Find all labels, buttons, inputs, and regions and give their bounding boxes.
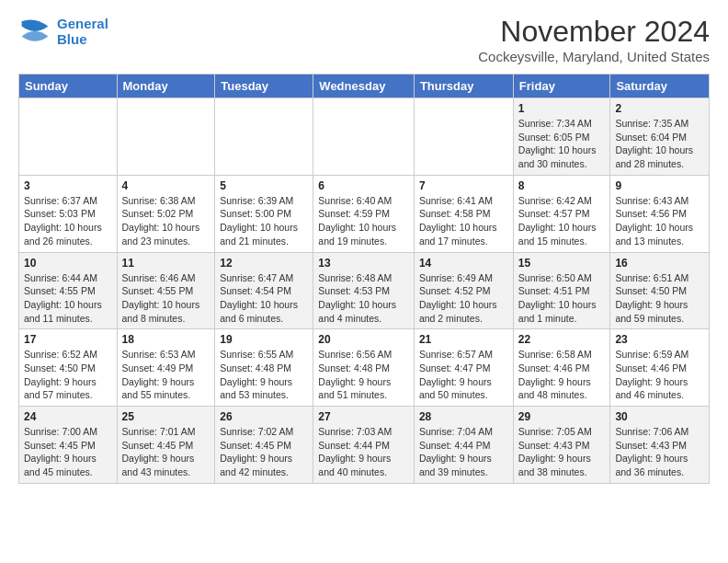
- day-number: 14: [419, 257, 508, 270]
- day-number: 4: [122, 179, 210, 192]
- day-info: Sunrise: 6:49 AMSunset: 4:52 PMDaylight:…: [419, 271, 508, 326]
- day-number: 1: [518, 102, 606, 115]
- calendar-cell: [414, 98, 513, 176]
- calendar-cell: 13Sunrise: 6:48 AMSunset: 4:53 PMDayligh…: [313, 252, 415, 329]
- day-number: 10: [24, 257, 112, 270]
- day-number: 8: [518, 179, 606, 192]
- calendar-cell: 18Sunrise: 6:53 AMSunset: 4:49 PMDayligh…: [117, 329, 215, 407]
- calendar-week-row: 1Sunrise: 7:34 AMSunset: 6:05 PMDaylight…: [19, 98, 710, 176]
- day-number: 21: [419, 333, 508, 346]
- calendar-cell: 24Sunrise: 7:00 AMSunset: 4:45 PMDayligh…: [19, 407, 118, 484]
- calendar-cell: 30Sunrise: 7:06 AMSunset: 4:43 PMDayligh…: [610, 407, 710, 484]
- day-number: 26: [220, 410, 308, 423]
- calendar-week-row: 3Sunrise: 6:37 AMSunset: 5:03 PMDaylight…: [19, 175, 710, 252]
- day-info: Sunrise: 6:56 AMSunset: 4:48 PMDaylight:…: [318, 348, 409, 402]
- logo-text: General Blue: [57, 16, 108, 48]
- day-info: Sunrise: 7:05 AMSunset: 4:43 PMDaylight:…: [518, 425, 606, 479]
- calendar-cell: 3Sunrise: 6:37 AMSunset: 5:03 PMDaylight…: [19, 175, 118, 252]
- day-number: 29: [518, 410, 606, 423]
- day-info: Sunrise: 6:39 AMSunset: 5:00 PMDaylight:…: [220, 194, 308, 248]
- day-number: 7: [419, 179, 508, 192]
- calendar-cell: 1Sunrise: 7:34 AMSunset: 6:05 PMDaylight…: [513, 98, 610, 176]
- weekday-header: Saturday: [610, 75, 710, 98]
- weekday-header: Thursday: [414, 75, 513, 98]
- day-number: 12: [220, 257, 308, 270]
- day-number: 17: [24, 333, 112, 346]
- day-number: 6: [318, 179, 409, 192]
- day-number: 13: [318, 257, 409, 270]
- day-info: Sunrise: 6:44 AMSunset: 4:55 PMDaylight:…: [24, 271, 112, 326]
- day-info: Sunrise: 7:01 AMSunset: 4:45 PMDaylight:…: [122, 425, 210, 479]
- month-title: November 2024: [478, 15, 710, 49]
- day-number: 3: [24, 179, 112, 192]
- day-number: 23: [615, 333, 704, 346]
- calendar-cell: 26Sunrise: 7:02 AMSunset: 4:45 PMDayligh…: [215, 407, 313, 484]
- calendar-week-row: 10Sunrise: 6:44 AMSunset: 4:55 PMDayligh…: [19, 252, 710, 329]
- day-info: Sunrise: 6:41 AMSunset: 4:58 PMDaylight:…: [419, 194, 508, 248]
- calendar-cell: [19, 98, 118, 176]
- day-info: Sunrise: 7:02 AMSunset: 4:45 PMDaylight:…: [220, 425, 308, 479]
- day-info: Sunrise: 6:46 AMSunset: 4:55 PMDaylight:…: [122, 271, 210, 326]
- day-info: Sunrise: 6:48 AMSunset: 4:53 PMDaylight:…: [318, 271, 409, 326]
- day-info: Sunrise: 6:51 AMSunset: 4:50 PMDaylight:…: [615, 271, 704, 326]
- day-info: Sunrise: 6:47 AMSunset: 4:54 PMDaylight:…: [220, 271, 308, 326]
- day-info: Sunrise: 7:04 AMSunset: 4:44 PMDaylight:…: [419, 425, 508, 479]
- day-info: Sunrise: 7:06 AMSunset: 4:43 PMDaylight:…: [615, 425, 704, 479]
- day-info: Sunrise: 6:52 AMSunset: 4:50 PMDaylight:…: [24, 348, 112, 402]
- calendar-cell: 25Sunrise: 7:01 AMSunset: 4:45 PMDayligh…: [117, 407, 215, 484]
- day-number: 24: [24, 410, 112, 423]
- weekday-header: Sunday: [19, 75, 118, 98]
- weekday-header: Monday: [117, 75, 215, 98]
- day-number: 22: [518, 333, 606, 346]
- calendar-cell: 11Sunrise: 6:46 AMSunset: 4:55 PMDayligh…: [117, 252, 215, 329]
- day-info: Sunrise: 6:42 AMSunset: 4:57 PMDaylight:…: [518, 194, 606, 248]
- day-info: Sunrise: 6:58 AMSunset: 4:46 PMDaylight:…: [518, 348, 606, 402]
- day-info: Sunrise: 6:55 AMSunset: 4:48 PMDaylight:…: [220, 348, 308, 402]
- weekday-header: Tuesday: [215, 75, 313, 98]
- day-number: 19: [220, 333, 308, 346]
- day-number: 5: [220, 179, 308, 192]
- weekday-header: Friday: [513, 75, 610, 98]
- calendar-cell: 23Sunrise: 6:59 AMSunset: 4:46 PMDayligh…: [610, 329, 710, 407]
- day-number: 11: [122, 257, 210, 270]
- calendar-header-row: SundayMondayTuesdayWednesdayThursdayFrid…: [19, 75, 710, 98]
- title-block: November 2024 Cockeysville, Maryland, Un…: [478, 15, 710, 64]
- day-info: Sunrise: 6:59 AMSunset: 4:46 PMDaylight:…: [615, 348, 704, 402]
- day-number: 18: [122, 333, 210, 346]
- day-info: Sunrise: 7:35 AMSunset: 6:04 PMDaylight:…: [615, 117, 704, 171]
- day-number: 15: [518, 257, 606, 270]
- calendar-cell: 2Sunrise: 7:35 AMSunset: 6:04 PMDaylight…: [610, 98, 710, 176]
- calendar-cell: 9Sunrise: 6:43 AMSunset: 4:56 PMDaylight…: [610, 175, 710, 252]
- calendar-cell: 15Sunrise: 6:50 AMSunset: 4:51 PMDayligh…: [513, 252, 610, 329]
- calendar-cell: 12Sunrise: 6:47 AMSunset: 4:54 PMDayligh…: [215, 252, 313, 329]
- day-number: 20: [318, 333, 409, 346]
- weekday-header: Wednesday: [313, 75, 415, 98]
- logo: General Blue: [18, 15, 108, 48]
- day-info: Sunrise: 6:57 AMSunset: 4:47 PMDaylight:…: [419, 348, 508, 402]
- day-info: Sunrise: 6:43 AMSunset: 4:56 PMDaylight:…: [615, 194, 704, 248]
- day-number: 16: [615, 257, 704, 270]
- calendar-cell: 7Sunrise: 6:41 AMSunset: 4:58 PMDaylight…: [414, 175, 513, 252]
- location: Cockeysville, Maryland, United States: [478, 49, 710, 64]
- calendar-cell: 20Sunrise: 6:56 AMSunset: 4:48 PMDayligh…: [313, 329, 415, 407]
- header: General Blue November 2024 Cockeysville,…: [18, 15, 710, 64]
- calendar-cell: 8Sunrise: 6:42 AMSunset: 4:57 PMDaylight…: [513, 175, 610, 252]
- calendar-cell: 22Sunrise: 6:58 AMSunset: 4:46 PMDayligh…: [513, 329, 610, 407]
- calendar-cell: 19Sunrise: 6:55 AMSunset: 4:48 PMDayligh…: [215, 329, 313, 407]
- day-info: Sunrise: 6:40 AMSunset: 4:59 PMDaylight:…: [318, 194, 409, 248]
- calendar-cell: [313, 98, 415, 176]
- calendar-table: SundayMondayTuesdayWednesdayThursdayFrid…: [18, 74, 710, 484]
- logo-icon: [18, 15, 51, 48]
- calendar-cell: 17Sunrise: 6:52 AMSunset: 4:50 PMDayligh…: [19, 329, 118, 407]
- day-number: 30: [615, 410, 704, 423]
- calendar-cell: 14Sunrise: 6:49 AMSunset: 4:52 PMDayligh…: [414, 252, 513, 329]
- calendar-cell: 28Sunrise: 7:04 AMSunset: 4:44 PMDayligh…: [414, 407, 513, 484]
- day-info: Sunrise: 6:37 AMSunset: 5:03 PMDaylight:…: [24, 194, 112, 248]
- calendar-cell: 29Sunrise: 7:05 AMSunset: 4:43 PMDayligh…: [513, 407, 610, 484]
- logo-line1: General: [57, 16, 108, 31]
- calendar-cell: 16Sunrise: 6:51 AMSunset: 4:50 PMDayligh…: [610, 252, 710, 329]
- day-info: Sunrise: 6:50 AMSunset: 4:51 PMDaylight:…: [518, 271, 606, 326]
- day-info: Sunrise: 6:38 AMSunset: 5:02 PMDaylight:…: [122, 194, 210, 248]
- calendar-cell: 5Sunrise: 6:39 AMSunset: 5:00 PMDaylight…: [215, 175, 313, 252]
- calendar-cell: [215, 98, 313, 176]
